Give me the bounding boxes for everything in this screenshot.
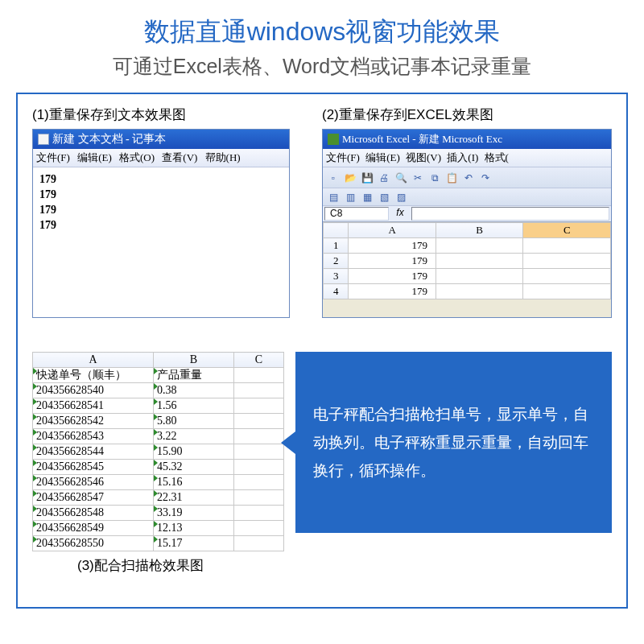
cell[interactable] bbox=[234, 521, 284, 536]
xmenu-file[interactable]: 文件(F) bbox=[326, 151, 360, 163]
menu-edit[interactable]: 编辑(E) bbox=[77, 151, 112, 163]
formula-input[interactable] bbox=[411, 207, 609, 221]
table-row[interactable]: 2043566285411.56 bbox=[33, 398, 284, 414]
xmenu-view[interactable]: 视图(V) bbox=[406, 151, 441, 163]
cell[interactable]: 204356628544 bbox=[33, 444, 154, 460]
cell[interactable]: 204356628549 bbox=[33, 521, 154, 536]
cell[interactable] bbox=[436, 269, 523, 284]
xmenu-insert[interactable]: 插入(I) bbox=[447, 151, 478, 163]
table-row[interactable]: 20435662854722.31 bbox=[33, 490, 284, 506]
table-row[interactable]: 快递单号（顺丰） 产品重量 bbox=[33, 368, 284, 383]
name-box[interactable]: C8 bbox=[324, 207, 389, 221]
cell[interactable] bbox=[234, 383, 284, 398]
xmenu-edit[interactable]: 编辑(E) bbox=[365, 151, 400, 163]
preview-icon[interactable]: 🔍 bbox=[394, 171, 408, 185]
cell[interactable]: 204356628548 bbox=[33, 506, 154, 521]
cell[interactable] bbox=[523, 269, 611, 284]
formula-bar[interactable]: C8 fx bbox=[323, 206, 611, 222]
xmenu-format[interactable]: 格式( bbox=[485, 151, 509, 163]
cell[interactable]: 179 bbox=[349, 284, 436, 299]
cell[interactable]: 204356628545 bbox=[33, 460, 154, 475]
cell[interactable]: 0.38 bbox=[154, 383, 234, 398]
table-row[interactable]: 4 179 bbox=[324, 284, 611, 299]
cell[interactable]: 204356628550 bbox=[33, 536, 154, 551]
cell[interactable] bbox=[234, 506, 284, 521]
cell[interactable] bbox=[234, 475, 284, 490]
row-header[interactable]: 2 bbox=[324, 254, 349, 269]
cell[interactable]: 179 bbox=[349, 254, 436, 269]
cell[interactable]: 5.80 bbox=[154, 414, 234, 429]
cell[interactable]: 3.22 bbox=[154, 429, 234, 444]
table-row[interactable]: 2 179 bbox=[324, 254, 611, 269]
cell[interactable]: 204356628541 bbox=[33, 398, 154, 414]
notepad-titlebar[interactable]: 新建 文本文档 - 记事本 bbox=[33, 130, 289, 149]
tb2-icon[interactable]: ▦ bbox=[360, 190, 374, 204]
cell[interactable] bbox=[234, 429, 284, 444]
row-header[interactable]: 4 bbox=[324, 284, 349, 299]
cell[interactable] bbox=[234, 444, 284, 460]
cell[interactable] bbox=[436, 254, 523, 269]
cell[interactable] bbox=[234, 398, 284, 414]
excel-menubar[interactable]: 文件(F) 编辑(E) 视图(V) 插入(I) 格式( bbox=[323, 149, 611, 167]
table-row[interactable]: 2043566285433.22 bbox=[33, 429, 284, 444]
print-icon[interactable]: 🖨 bbox=[377, 171, 391, 185]
cell[interactable]: 204356628540 bbox=[33, 383, 154, 398]
cell[interactable]: 204356628547 bbox=[33, 490, 154, 506]
undo-icon[interactable]: ↶ bbox=[461, 171, 476, 185]
excel-grid[interactable]: A B C 1 179 2 179 3 bbox=[323, 222, 611, 299]
table-row[interactable]: 20435662854415.90 bbox=[33, 444, 284, 460]
excel-toolbar2[interactable]: ▤ ▥ ▦ ▧ ▨ bbox=[323, 188, 611, 206]
notepad-textarea[interactable]: 179 179 179 179 bbox=[33, 167, 289, 238]
excel-titlebar[interactable]: Microsoft Excel - 新建 Microsoft Exc bbox=[323, 130, 611, 149]
cell[interactable]: 12.13 bbox=[154, 521, 234, 536]
excel-toolbar[interactable]: ▫ 📂 💾 🖨 🔍 ✂ ⧉ 📋 ↶ ↷ bbox=[323, 167, 611, 188]
tb2-icon[interactable]: ▨ bbox=[394, 190, 408, 204]
table-row[interactable]: 2043566285425.80 bbox=[33, 414, 284, 429]
col-header[interactable]: C bbox=[234, 353, 284, 368]
cell[interactable] bbox=[436, 238, 523, 254]
cell[interactable]: 204356628542 bbox=[33, 414, 154, 429]
cell[interactable] bbox=[234, 536, 284, 551]
corner-cell[interactable] bbox=[324, 223, 349, 238]
table-row[interactable]: 20435662854912.13 bbox=[33, 521, 284, 536]
table-row[interactable]: 3 179 bbox=[324, 269, 611, 284]
col-header[interactable]: C bbox=[523, 223, 611, 238]
col-header[interactable]: A bbox=[349, 223, 436, 238]
scanner-grid[interactable]: A B C 快递单号（顺丰） 产品重量 2043566285400.382043… bbox=[32, 352, 284, 551]
cell[interactable]: 204356628543 bbox=[33, 429, 154, 444]
save-icon[interactable]: 💾 bbox=[360, 171, 374, 185]
fx-icon[interactable]: fx bbox=[390, 206, 410, 221]
cell[interactable]: 179 bbox=[349, 269, 436, 284]
col-header[interactable]: A bbox=[33, 353, 154, 368]
paste-icon[interactable]: 📋 bbox=[444, 171, 459, 185]
table-row[interactable]: 20435662854545.32 bbox=[33, 460, 284, 475]
tb2-icon[interactable]: ▧ bbox=[377, 190, 391, 204]
cell[interactable]: 15.16 bbox=[154, 475, 234, 490]
menu-file[interactable]: 文件(F) bbox=[36, 151, 70, 163]
table-row[interactable]: 2043566285400.38 bbox=[33, 383, 284, 398]
cell[interactable] bbox=[234, 490, 284, 506]
menu-view[interactable]: 查看(V) bbox=[162, 151, 197, 163]
col-header[interactable]: B bbox=[154, 353, 234, 368]
cell[interactable] bbox=[523, 254, 611, 269]
cell[interactable]: 15.90 bbox=[154, 444, 234, 460]
cell[interactable]: 33.19 bbox=[154, 506, 234, 521]
redo-icon[interactable]: ↷ bbox=[478, 171, 493, 185]
cell[interactable]: 22.31 bbox=[154, 490, 234, 506]
cell[interactable]: 45.32 bbox=[154, 460, 234, 475]
table-row[interactable]: 20435662854615.16 bbox=[33, 475, 284, 490]
notepad-menubar[interactable]: 文件(F) 编辑(E) 格式(O) 查看(V) 帮助(H) bbox=[33, 149, 289, 167]
cell[interactable] bbox=[234, 414, 284, 429]
table-row[interactable]: 1 179 bbox=[324, 238, 611, 254]
copy-icon[interactable]: ⧉ bbox=[427, 171, 442, 185]
cell[interactable] bbox=[234, 460, 284, 475]
cell[interactable] bbox=[234, 368, 284, 383]
cell[interactable]: 204356628546 bbox=[33, 475, 154, 490]
table-row[interactable]: 20435662854833.19 bbox=[33, 506, 284, 521]
cell[interactable]: 1.56 bbox=[154, 398, 234, 414]
cell[interactable]: 15.17 bbox=[154, 536, 234, 551]
cell[interactable] bbox=[436, 284, 523, 299]
tb2-icon[interactable]: ▤ bbox=[326, 190, 341, 204]
tb2-icon[interactable]: ▥ bbox=[343, 190, 357, 204]
open-icon[interactable]: 📂 bbox=[343, 171, 357, 185]
